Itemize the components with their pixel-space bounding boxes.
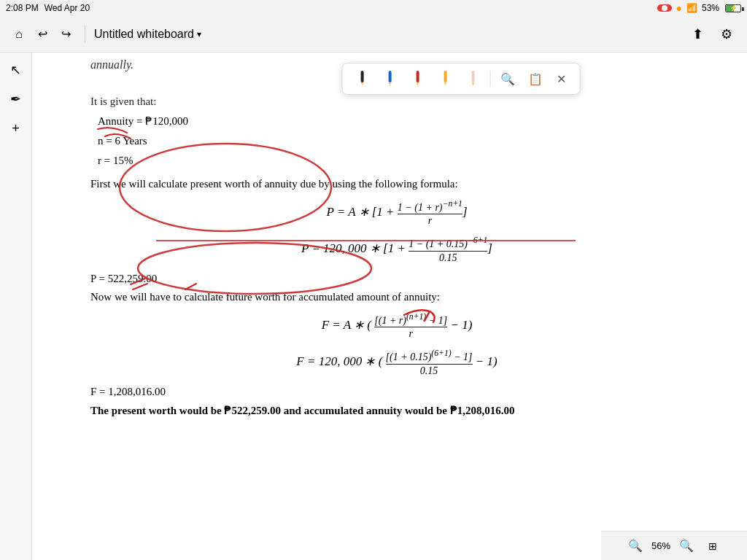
- add-button[interactable]: +: [4, 117, 28, 140]
- undo-button[interactable]: ↩: [32, 24, 53, 44]
- content-area: It is given that: Annuity = ₱120,000 n =…: [90, 93, 703, 545]
- pencil-pink[interactable]: [462, 68, 484, 90]
- date-display: Wed Apr 20: [44, 3, 90, 13]
- svg-marker-9: [472, 82, 475, 86]
- p-formula: P = A ∗ [1 + 1 − (1 + r)−n+1 r ]: [326, 199, 467, 228]
- p-fraction: 1 − (1 + r)−n+1 r: [398, 199, 462, 228]
- title-text: Untitled whiteboard: [94, 28, 194, 41]
- formula-intro: First we will calculate present worth of…: [90, 178, 703, 190]
- battery-percent: 53%: [702, 3, 719, 13]
- drawing-toolbar: 🔍 📋 ✕: [342, 63, 581, 95]
- pencil-blue[interactable]: [379, 68, 401, 90]
- conclusion: The present worth would be ₱522,259.00 a…: [90, 404, 703, 417]
- settings-button[interactable]: ⚙: [715, 23, 738, 46]
- nav-buttons: ⌂ ↩ ↪: [9, 24, 76, 44]
- zoom-bar: 🔍 56% 🔍 ⊞: [601, 531, 747, 560]
- p-calc-block: P = 120, 000 ∗ [1 + 1 − (1 + 0.15)−6+1 0…: [90, 236, 703, 264]
- f-formula-block: F = A ∗ ( [(1 + r)(n+1) − 1] r − 1): [90, 312, 703, 341]
- f-formula: F = A ∗ ( [(1 + r)(n+1) − 1] r − 1): [322, 312, 473, 341]
- svg-marker-7: [444, 82, 447, 86]
- f-result: F = 1,208,016.00: [90, 386, 703, 398]
- chevron-down-icon: ▾: [197, 29, 201, 39]
- status-bar: 2:08 PM Wed Apr 20 ● 📶 53% ⚡: [0, 0, 747, 16]
- top-partial-text: annually.: [90, 58, 133, 71]
- close-drawing-toolbar-button[interactable]: ✕: [552, 69, 571, 88]
- svg-rect-2: [389, 71, 392, 82]
- main-area: ↖ ✒ + 🔍 📋 ✕: [0, 52, 747, 560]
- r-value: r = 15%: [98, 151, 703, 171]
- pencil-red[interactable]: [407, 68, 429, 90]
- p-calc-fraction: 1 − (1 + 0.15)−6+1 0.15: [409, 236, 487, 264]
- select-tool-button[interactable]: ↖: [4, 58, 28, 82]
- f-fraction: [(1 + r)(n+1) − 1] r: [374, 312, 447, 341]
- f-calc-fraction: [(1 + 0.15)(6+1) − 1] 0.15: [386, 349, 473, 377]
- p-formula-block: P = A ∗ [1 + 1 − (1 + r)−n+1 r ]: [90, 199, 703, 228]
- battery-icon: ⚡: [725, 4, 741, 12]
- fit-page-button[interactable]: ⊞: [703, 536, 723, 556]
- svg-rect-0: [361, 71, 364, 82]
- wifi-icon: 📶: [686, 3, 697, 13]
- home-button[interactable]: ⌂: [9, 24, 29, 44]
- top-partial-label: annually.: [90, 58, 133, 71]
- left-sidebar: ↖ ✒ +: [0, 52, 32, 560]
- pen-tool-button[interactable]: ✒: [4, 88, 28, 111]
- n-years: n = 6 Years: [98, 131, 703, 151]
- toolbar-sep-1: [490, 71, 491, 87]
- zoom-in-button[interactable]: 🔍: [676, 536, 697, 556]
- toolbar-divider: [85, 26, 85, 43]
- record-button[interactable]: [657, 4, 672, 12]
- canvas-area[interactable]: 🔍 📋 ✕ annually. It is given that: Annuit…: [32, 52, 747, 560]
- svg-marker-3: [389, 82, 392, 86]
- zoom-level: 56%: [651, 540, 670, 551]
- f-calc-block: F = 120, 000 ∗ ( [(1 + 0.15)(6+1) − 1] 0…: [90, 349, 703, 377]
- p-result: P = 522,259.00: [90, 273, 703, 285]
- main-toolbar: ⌂ ↩ ↪ Untitled whiteboard ▾ ⬆ ⚙: [0, 16, 747, 52]
- given-section: It is given that: Annuity = ₱120,000 n =…: [90, 93, 703, 171]
- dot-indicator: ●: [676, 2, 682, 14]
- pencil-yellow[interactable]: [435, 68, 457, 90]
- zoom-out-button[interactable]: 🔍: [625, 536, 646, 556]
- svg-rect-4: [417, 71, 419, 82]
- toolbar-right-actions: ⬆ ⚙: [686, 23, 738, 46]
- future-intro: Now we will have to calculate future wor…: [90, 291, 703, 303]
- search-drawing-button[interactable]: 🔍: [497, 68, 519, 90]
- share-button[interactable]: ⬆: [686, 23, 709, 46]
- annuity-value: Annuity = ₱120,000: [98, 112, 703, 131]
- f-calc: F = 120, 000 ∗ ( [(1 + 0.15)(6+1) − 1] 0…: [296, 349, 497, 377]
- time-display: 2:08 PM: [6, 3, 39, 13]
- p-calc: P = 120, 000 ∗ [1 + 1 − (1 + 0.15)−6+1 0…: [301, 236, 492, 264]
- svg-marker-5: [417, 82, 419, 86]
- pages-button[interactable]: 📋: [525, 68, 546, 90]
- record-dot: [662, 5, 667, 11]
- redo-button[interactable]: ↪: [55, 24, 76, 44]
- whiteboard-title[interactable]: Untitled whiteboard ▾: [94, 28, 201, 41]
- pencil-black[interactable]: [352, 68, 374, 90]
- svg-rect-8: [472, 71, 475, 82]
- given-intro: It is given that:: [90, 93, 703, 112]
- svg-marker-1: [361, 82, 364, 86]
- svg-rect-6: [444, 71, 447, 82]
